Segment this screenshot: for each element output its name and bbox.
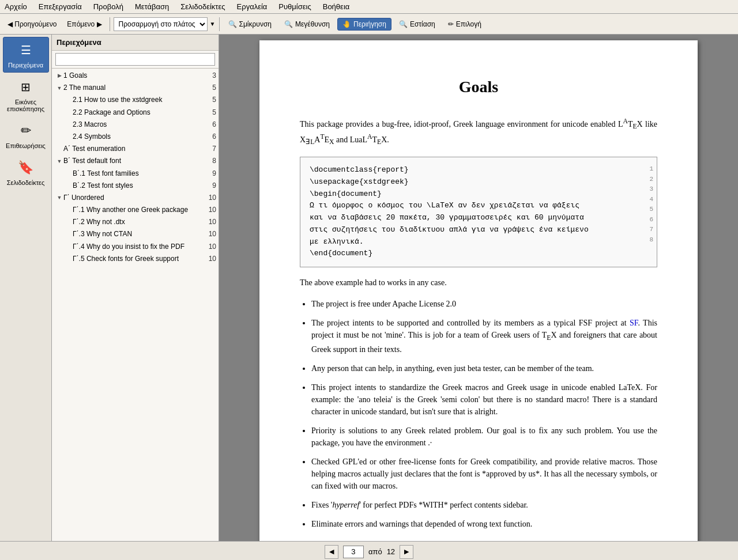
next-page-button[interactable]: ▶ [400, 545, 413, 559]
toc-list-item[interactable]: Γ΄.2 Why not .dtx10 [52, 216, 219, 228]
review-label: Επιθεωρήσεις [6, 142, 46, 149]
menu-view[interactable]: Προβολή [91, 1, 126, 12]
sidebar-item-thumbs[interactable]: ⊞ Εικόνες επισκόπησης [3, 74, 49, 116]
menu-tools[interactable]: Εργαλεία [235, 1, 270, 12]
code-block: \documentclass{report} \usepackage{xstdg… [300, 157, 657, 267]
toc-list-item[interactable]: Α΄ Test enumeration7 [52, 143, 219, 155]
toc-page-number: 9 [205, 168, 216, 179]
code-line-3: \begin{document} [310, 188, 647, 200]
bullet-7: Fixes 'hyperref' for perfect PDFs *WITH*… [311, 499, 657, 511]
toc-page-number: 10 [205, 229, 216, 240]
toc-page-number: 10 [205, 192, 216, 203]
toc-list-item[interactable]: 2.3 Macros6 [52, 119, 219, 131]
toc-item-label: Γ΄.5 Check fonts for Greek support [73, 253, 205, 264]
toc-page-number: 3 [205, 70, 216, 81]
zoom-dropdown-icon[interactable]: ▼ [210, 21, 216, 27]
zoom-in-label: Μεγέθυνση [295, 20, 330, 28]
browse-button[interactable]: 🤚 Περιήγηση [337, 18, 391, 31]
focus-button[interactable]: 🔍 Εστίαση [394, 18, 440, 31]
toc-header: Περιεχόμενα [52, 35, 219, 51]
toc-item-label: Β΄ Test default font [63, 156, 205, 167]
zoom-in-icon: 🔍 [284, 20, 293, 28]
bullet-5: Priority is solutions to any Greek relat… [311, 425, 657, 449]
icon-sidebar: ☰ Περιεχόμενα ⊞ Εικόνες επισκόπησης ✏ Επ… [0, 35, 52, 541]
toc-list-item[interactable]: ▶1 Goals3 [52, 70, 219, 82]
focus-icon: 🔍 [399, 20, 408, 28]
toc-list-item[interactable]: ▼Γ΄ Unordered10 [52, 192, 219, 204]
toc-toggle-icon: ▼ [55, 84, 63, 92]
next-label: Επόμενο [67, 20, 95, 28]
toc-toggle-icon: ▼ [55, 194, 63, 202]
toc-page-number: 10 [205, 241, 216, 252]
prev-arrow-icon: ◀ [7, 20, 13, 28]
bullet-1: The project is free under Apache License… [311, 298, 657, 310]
page: Goals This package provides a bug-free, … [259, 40, 698, 541]
toc-item-label: 2.2 Package and Options [73, 107, 205, 118]
toc-toggle-icon: ▶ [55, 71, 63, 80]
toc-item-label: 2.3 Macros [73, 119, 205, 130]
code-line-6: στις συζητήσεις του διαδίκτυου απλά για … [310, 224, 647, 236]
sf-link[interactable]: SF [630, 319, 638, 327]
toc-list-item[interactable]: Β΄.2 Test font styles9 [52, 180, 219, 192]
toc-search-input[interactable] [55, 53, 215, 66]
toc-list-item[interactable]: ▼2 The manual5 [52, 82, 219, 94]
toc-page-number: 9 [205, 180, 216, 191]
toc-item-label: Β΄.1 Test font families [73, 168, 205, 179]
next-arrow-icon: ▶ [97, 20, 102, 28]
toc-list-item[interactable]: Γ΄.1 Why another one Greek package10 [52, 204, 219, 216]
thumbs-icon: ⊞ [17, 78, 35, 96]
zoom-out-button[interactable]: 🔍 Σμίκρυνση [223, 18, 277, 31]
thumbs-label: Εικόνες επισκόπησης [6, 99, 46, 112]
main-layout: ☰ Περιεχόμενα ⊞ Εικόνες επισκόπησης ✏ Επ… [0, 35, 738, 541]
select-label: Επιλογή [456, 20, 481, 28]
menu-file[interactable]: Αρχείο [2, 1, 29, 12]
code-line-4: Ω τι όμορφος ο κόσμος του \LaTeX αν δεν … [310, 200, 647, 212]
menu-go[interactable]: Μετάβαση [133, 1, 171, 12]
toc-item-label: 2.4 Symbols [73, 131, 205, 142]
bullet-6: Checked GPL'ed or other free-license fon… [311, 456, 657, 492]
sidebar-item-bookmarks[interactable]: 🔖 Σελιδοδείκτες [3, 154, 49, 190]
toc-item-label: Β΄.2 Test font styles [73, 180, 205, 191]
toc-item-label: Γ΄.4 Why do you insist to fix the PDF [73, 241, 205, 252]
next-button[interactable]: Επόμενο ▶ [63, 18, 106, 31]
toc-item-label: Γ΄.1 Why another one Greek package [73, 205, 205, 215]
menu-edit[interactable]: Επεξεργασία [36, 1, 84, 12]
select-button[interactable]: ✏ Επιλογή [443, 18, 487, 31]
page-title: Goals [300, 75, 657, 99]
intro-text: This package provides a bug-free, idiot-… [300, 116, 657, 147]
menu-help[interactable]: Βοήθεια [321, 1, 352, 12]
toc-list-item[interactable]: Γ΄.4 Why do you insist to fix the PDF10 [52, 241, 219, 253]
toc-item-label: 1 Goals [63, 70, 205, 81]
code-line-numbers: 12345678 [649, 164, 653, 245]
code-line-2: \usepackage{xstdgreek} [310, 176, 647, 188]
menu-settings[interactable]: Ρυθμίσεις [276, 1, 313, 12]
page-number-input[interactable] [343, 546, 364, 558]
sidebar-item-review[interactable]: ✏ Επιθεωρήσεις [3, 118, 49, 153]
toc-list-item[interactable]: 2.2 Package and Options5 [52, 107, 219, 119]
toc-page-number: 5 [205, 107, 216, 118]
menu-bookmarks[interactable]: Σελιδοδείκτες [178, 1, 227, 12]
toc-page-number: 5 [205, 82, 216, 93]
toc-list-item[interactable]: ▼Β΄ Test default font8 [52, 155, 219, 167]
bullet-8: Eliminate errors and warnings that depen… [311, 518, 657, 530]
code-line-5: και να διαβάσεις 20 πακέτα, 30 γραμματοσ… [310, 212, 647, 224]
prev-button[interactable]: ◀ Προηγούμενο [3, 18, 61, 31]
total-pages: 12 [387, 547, 395, 556]
toc-list-item[interactable]: 2.4 Symbols6 [52, 131, 219, 143]
separator-1 [110, 17, 110, 31]
select-icon: ✏ [448, 20, 454, 28]
zoom-in-button[interactable]: 🔍 Μεγέθυνση [279, 18, 335, 31]
toc-page-number: 5 [205, 94, 216, 105]
sidebar-item-toc[interactable]: ☰ Περιεχόμενα [3, 37, 49, 73]
toc-list-item[interactable]: Γ΄.5 Check fonts for Greek support10 [52, 253, 219, 265]
toc-page-number: 10 [205, 217, 216, 228]
toc-toggle-icon: ▼ [55, 157, 63, 165]
toc-list-item[interactable]: Β΄.1 Test font families9 [52, 168, 219, 180]
zoom-select[interactable]: Προσαρμογή στο πλάτος 50% 75% 100% 125% [114, 17, 208, 31]
toc-search-area [52, 51, 219, 69]
toc-list-item[interactable]: Γ΄.3 Why not CTAN10 [52, 228, 219, 240]
toc-item-label: Γ΄.2 Why not .dtx [73, 217, 205, 228]
toc-label: Περιεχόμενα [8, 62, 43, 69]
toc-list-item[interactable]: 2.1 How to use the xstdgreek5 [52, 94, 219, 106]
prev-page-button[interactable]: ◀ [325, 545, 338, 559]
